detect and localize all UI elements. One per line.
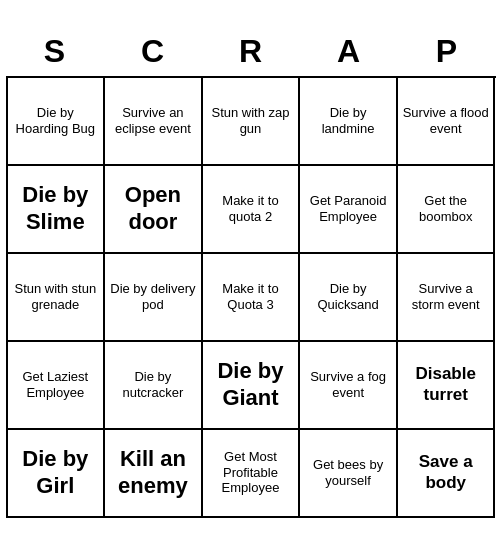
bingo-cell: Get Most Profitable Employee: [203, 430, 301, 518]
bingo-grid: Die by Hoarding BugSurvive an eclipse ev…: [6, 76, 496, 518]
bingo-cell: Disable turret: [398, 342, 496, 430]
bingo-cell: Die by Girl: [8, 430, 106, 518]
bingo-cell: Open door: [105, 166, 203, 254]
bingo-cell: Stun with zap gun: [203, 78, 301, 166]
header-letter: P: [398, 27, 496, 76]
header-letter: S: [6, 27, 104, 76]
header-letter: A: [300, 27, 398, 76]
bingo-cell: Kill an enemy: [105, 430, 203, 518]
bingo-header: SCRAP: [6, 27, 496, 76]
bingo-cell: Make it to Quota 3: [203, 254, 301, 342]
bingo-cell: Stun with stun grenade: [8, 254, 106, 342]
bingo-cell: Die by Giant: [203, 342, 301, 430]
bingo-cell: Die by delivery pod: [105, 254, 203, 342]
bingo-cell: Get bees by yourself: [300, 430, 398, 518]
header-letter: R: [202, 27, 300, 76]
bingo-cell: Die by Slime: [8, 166, 106, 254]
bingo-cell: Save a body: [398, 430, 496, 518]
bingo-card: SCRAP Die by Hoarding BugSurvive an ecli…: [6, 27, 496, 518]
bingo-cell: Survive an eclipse event: [105, 78, 203, 166]
bingo-cell: Die by Hoarding Bug: [8, 78, 106, 166]
bingo-cell: Die by nutcracker: [105, 342, 203, 430]
header-letter: C: [104, 27, 202, 76]
bingo-cell: Make it to quota 2: [203, 166, 301, 254]
bingo-cell: Survive a storm event: [398, 254, 496, 342]
bingo-cell: Die by Quicksand: [300, 254, 398, 342]
bingo-cell: Survive a fog event: [300, 342, 398, 430]
bingo-cell: Get the boombox: [398, 166, 496, 254]
bingo-cell: Get Paranoid Employee: [300, 166, 398, 254]
bingo-cell: Survive a flood event: [398, 78, 496, 166]
bingo-cell: Die by landmine: [300, 78, 398, 166]
bingo-cell: Get Laziest Employee: [8, 342, 106, 430]
